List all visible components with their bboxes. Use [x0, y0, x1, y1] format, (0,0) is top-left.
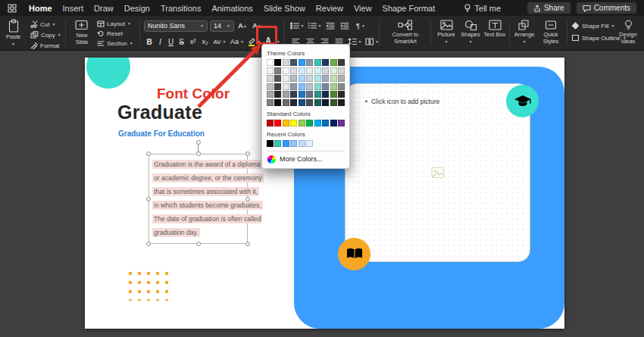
tab-design[interactable]: Design — [124, 4, 150, 13]
format-painter-button[interactable]: Format — [30, 42, 61, 49]
theme-color-variant-swatch[interactable] — [338, 67, 345, 74]
resize-handle-sw[interactable] — [146, 242, 151, 246]
tab-draw[interactable]: Draw — [94, 4, 114, 13]
recent-color-swatch[interactable] — [290, 140, 297, 147]
standard-color-swatch[interactable] — [299, 120, 305, 126]
theme-color-variant-swatch[interactable] — [306, 75, 313, 82]
paste-button[interactable]: Paste ▼ — [6, 19, 20, 46]
increase-indent-button[interactable] — [339, 20, 351, 32]
theme-color-variant-swatch[interactable] — [330, 99, 337, 106]
theme-color-variant-swatch[interactable] — [338, 75, 345, 82]
recent-color-swatch[interactable] — [274, 140, 281, 147]
tab-insert[interactable]: Insert — [63, 4, 84, 13]
theme-color-variant-swatch[interactable] — [299, 91, 305, 98]
theme-color-variant-swatch[interactable] — [330, 75, 337, 82]
convert-to-smartart-button[interactable]: Convert to SmartArt — [383, 20, 427, 45]
theme-color-variant-swatch[interactable] — [267, 83, 274, 90]
tab-home[interactable]: Home — [29, 4, 52, 13]
selected-textbox[interactable]: Graduation is the award of a diplomaor a… — [148, 154, 248, 244]
standard-color-swatch[interactable] — [314, 120, 321, 126]
subscript-button[interactable]: x₂ — [199, 36, 211, 48]
underline-button[interactable]: U — [166, 36, 176, 48]
bullet-list-button[interactable]: ▼ — [289, 20, 305, 32]
theme-color-variant-swatch[interactable] — [274, 99, 281, 106]
theme-color-variant-swatch[interactable] — [338, 91, 345, 98]
slide-title[interactable]: Graduate — [117, 101, 202, 123]
theme-color-variant-swatch[interactable] — [338, 83, 345, 90]
tell-me-button[interactable]: Tell me — [464, 4, 501, 13]
theme-color-variant-swatch[interactable] — [283, 91, 289, 98]
standard-color-swatch[interactable] — [283, 120, 289, 126]
insert-picture-icon[interactable] — [431, 167, 445, 179]
theme-color-variant-swatch[interactable] — [274, 75, 281, 82]
standard-color-swatch[interactable] — [274, 120, 281, 126]
text-box-button[interactable]: Text Box — [483, 20, 506, 39]
tab-transitions[interactable]: Transitions — [161, 4, 201, 13]
theme-color-swatch[interactable] — [299, 59, 305, 66]
theme-color-variant-swatch[interactable] — [290, 75, 297, 82]
theme-color-variant-swatch[interactable] — [290, 67, 297, 74]
theme-color-variant-swatch[interactable] — [267, 75, 274, 82]
standard-color-swatch[interactable] — [338, 120, 345, 126]
theme-color-swatch[interactable] — [306, 59, 313, 66]
theme-color-variant-swatch[interactable] — [283, 75, 289, 82]
theme-color-variant-swatch[interactable] — [290, 83, 297, 90]
font-name-select[interactable]: Nunito Sans▼ — [144, 20, 208, 32]
theme-color-variant-swatch[interactable] — [330, 91, 337, 98]
more-colors-button[interactable]: More Colors... — [267, 154, 345, 165]
columns-button[interactable]: ▼ — [364, 36, 380, 48]
resize-handle-n[interactable] — [196, 151, 201, 156]
teal-decor-circle-shape[interactable] — [86, 58, 130, 89]
theme-color-variant-swatch[interactable] — [322, 67, 329, 74]
standard-color-swatch[interactable] — [267, 120, 274, 126]
theme-color-variant-swatch[interactable] — [299, 83, 305, 90]
slide-subtitle[interactable]: Graduate For Education — [118, 129, 205, 138]
standard-color-swatch[interactable] — [290, 120, 297, 126]
theme-color-variant-swatch[interactable] — [283, 99, 289, 106]
theme-color-swatch[interactable] — [267, 59, 274, 66]
copy-button[interactable]: Copy▼ — [30, 31, 61, 39]
theme-color-variant-swatch[interactable] — [314, 83, 321, 90]
strikethrough-button[interactable]: S — [177, 36, 186, 48]
design-ideas-button[interactable]: Design Ideas — [615, 20, 641, 45]
layout-button[interactable]: Layout▼ — [97, 20, 133, 27]
resize-handle-s[interactable] — [196, 242, 201, 246]
resize-handle-ne[interactable] — [245, 151, 250, 156]
tab-review[interactable]: Review — [316, 4, 343, 13]
decrease-indent-button[interactable] — [324, 20, 336, 32]
theme-color-variant-swatch[interactable] — [306, 99, 313, 106]
theme-color-variant-swatch[interactable] — [267, 67, 274, 74]
open-book-badge[interactable] — [338, 238, 370, 270]
theme-color-swatch[interactable] — [338, 59, 345, 66]
theme-color-variant-swatch[interactable] — [290, 91, 297, 98]
theme-color-variant-swatch[interactable] — [330, 83, 337, 90]
superscript-button[interactable]: x² — [187, 36, 199, 48]
resize-handle-e[interactable] — [245, 197, 250, 201]
arrange-button[interactable]: Arrange ▼ — [512, 20, 536, 44]
theme-color-swatch[interactable] — [330, 59, 337, 66]
text-direction-button[interactable]: ¶▼ — [353, 20, 368, 32]
tab-slide-show[interactable]: Slide Show — [264, 4, 305, 13]
theme-color-variant-swatch[interactable] — [306, 83, 313, 90]
standard-color-swatch[interactable] — [322, 120, 329, 126]
change-case-button[interactable]: Aa▼ — [229, 36, 245, 48]
theme-color-variant-swatch[interactable] — [299, 75, 305, 82]
recent-color-swatch[interactable] — [283, 140, 289, 147]
theme-color-swatch[interactable] — [283, 59, 289, 66]
recent-color-swatch[interactable] — [267, 140, 274, 147]
rotation-handle[interactable] — [196, 140, 201, 145]
theme-color-variant-swatch[interactable] — [299, 67, 305, 74]
shapes-button[interactable]: Shapes ▼ — [459, 20, 482, 44]
theme-color-variant-swatch[interactable] — [322, 99, 329, 106]
theme-color-swatch[interactable] — [290, 59, 297, 66]
theme-color-variant-swatch[interactable] — [274, 91, 281, 98]
resize-handle-nw[interactable] — [146, 151, 151, 156]
theme-color-variant-swatch[interactable] — [314, 91, 321, 98]
tab-animations[interactable]: Animations — [211, 4, 252, 13]
picture-button[interactable]: Picture ▼ — [435, 20, 458, 44]
standard-color-swatch[interactable] — [306, 120, 313, 126]
theme-color-variant-swatch[interactable] — [322, 83, 329, 90]
recent-color-swatch[interactable] — [306, 140, 313, 147]
theme-color-variant-swatch[interactable] — [283, 83, 289, 90]
theme-color-variant-swatch[interactable] — [330, 67, 337, 74]
